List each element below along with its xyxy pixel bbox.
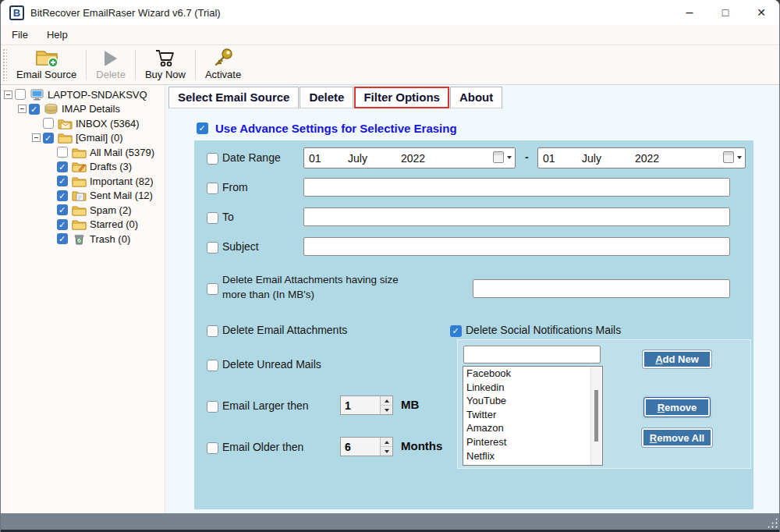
tab-delete[interactable]: Delete [300, 87, 353, 108]
date-end-year[interactable]: 2022 [635, 152, 705, 165]
tree-item-inbox[interactable]: INBOX (5364) [1, 116, 165, 131]
tree-item-gmail[interactable]: [Gmail] (0) [1, 131, 165, 146]
list-item[interactable]: Linkedin [463, 381, 602, 395]
tab-about[interactable]: About [450, 87, 502, 108]
tree-item-important[interactable]: Important (82) [1, 174, 165, 189]
list-item[interactable]: Twitter [463, 408, 602, 422]
from-label: From [222, 181, 248, 193]
email-older-value[interactable] [341, 438, 380, 456]
minimize-icon[interactable]: – [672, 0, 707, 25]
calendar-dropdown[interactable] [723, 151, 742, 163]
tree-checkbox[interactable] [57, 147, 68, 158]
attachment-size-checkbox[interactable] [207, 283, 218, 295]
date-start-day[interactable]: 01 [304, 152, 348, 165]
calendar-icon [723, 151, 734, 163]
tree-checkbox[interactable] [15, 89, 26, 100]
delete-button[interactable]: Delete [88, 45, 133, 84]
date-range-checkbox[interactable] [207, 153, 218, 165]
maximize-icon[interactable]: □ [707, 0, 743, 25]
date-picker-start[interactable]: 01 July 2022 [303, 147, 516, 168]
stepper-up-icon[interactable] [381, 438, 392, 447]
list-item[interactable]: Amazon [463, 421, 602, 435]
tree-item-trash[interactable]: Trash (0) [1, 232, 165, 246]
list-item[interactable]: YouTube [463, 394, 602, 408]
toolbar-separator [86, 50, 87, 80]
folder-mail-icon [58, 118, 73, 129]
collapse-icon[interactable] [32, 133, 43, 142]
email-older-label: Email Older then [222, 441, 303, 453]
advance-settings-checkbox[interactable] [197, 122, 208, 134]
collapse-icon[interactable] [18, 105, 29, 113]
email-source-button[interactable]: Email Source [9, 45, 84, 84]
subject-checkbox[interactable] [207, 242, 218, 254]
list-item[interactable]: Netflix [463, 449, 602, 463]
scrollbar-thumb[interactable] [594, 390, 598, 442]
date-start-year[interactable]: 2022 [401, 152, 471, 165]
delete-unread-label: Delete Unread Mails [222, 358, 321, 371]
tree-item-starred[interactable]: Starred (0) [1, 218, 165, 232]
tree-checkbox[interactable] [57, 219, 68, 230]
email-larger-checkbox[interactable] [207, 401, 218, 413]
email-larger-value[interactable] [341, 396, 380, 414]
social-notifications-checkbox[interactable] [450, 325, 462, 337]
stepper-up-icon[interactable] [381, 396, 392, 406]
tree-item-drafts[interactable]: Drafts (3) [1, 160, 165, 175]
toolbar-grip-handle[interactable] [2, 48, 7, 81]
tab-select-email-source[interactable]: Select Email Source [168, 87, 299, 108]
tree-checkbox[interactable] [57, 233, 68, 244]
tree-item-laptop[interactable]: LAPTOP-SNDAKSVQ [1, 87, 165, 102]
from-input[interactable] [303, 178, 730, 197]
tree-checkbox[interactable] [57, 190, 68, 201]
buy-now-button[interactable]: Buy Now [137, 45, 193, 84]
social-new-input[interactable] [463, 346, 601, 364]
menu-help[interactable]: Help [39, 27, 76, 43]
to-input[interactable] [303, 207, 730, 226]
tab-filter-options[interactable]: Filter Options [354, 87, 449, 108]
email-older-stepper[interactable] [340, 437, 393, 456]
remove-button[interactable]: Remove [644, 398, 710, 417]
email-older-checkbox[interactable] [207, 442, 218, 454]
email-older-unit: Months [401, 439, 442, 452]
listbox-scrollbar[interactable] [590, 367, 602, 465]
tree-checkbox[interactable] [57, 176, 68, 186]
to-checkbox[interactable] [207, 212, 218, 224]
menu-file[interactable]: File [4, 27, 36, 43]
toolbar-separator [135, 50, 136, 80]
stepper-down-icon[interactable] [381, 406, 392, 414]
tree-checkbox[interactable] [43, 133, 54, 144]
calendar-dropdown[interactable] [493, 151, 512, 163]
from-checkbox[interactable] [207, 183, 218, 194]
close-icon[interactable]: ✕ [743, 0, 779, 25]
stepper-down-icon[interactable] [381, 447, 392, 456]
remove-all-button[interactable]: Remove All [642, 428, 712, 447]
tree-item-sent-mail[interactable]: Sent Mail (12) [1, 189, 165, 204]
chevron-down-icon [507, 156, 512, 159]
tree-checkbox[interactable] [29, 104, 40, 115]
delete-attachments-checkbox[interactable] [207, 325, 218, 337]
tree-checkbox[interactable] [57, 161, 68, 172]
date-end-day[interactable]: 01 [538, 152, 582, 165]
folder-icon [58, 132, 73, 144]
folder-tree: LAPTOP-SNDAKSVQ IMAP Details INBOX (5364… [1, 85, 165, 513]
tree-checkbox[interactable] [57, 204, 68, 215]
tree-item-all-mail[interactable]: All Mail (5379) [1, 145, 165, 160]
date-end-month[interactable]: July [582, 152, 635, 165]
list-item[interactable]: Facebook [463, 367, 602, 381]
delete-unread-checkbox[interactable] [207, 360, 218, 371]
add-new-button[interactable]: Add New [643, 350, 711, 368]
activate-button[interactable]: Activate [197, 45, 249, 84]
collapse-icon[interactable] [4, 90, 15, 99]
attachment-size-input[interactable] [473, 279, 730, 298]
date-picker-end[interactable]: 01 July 2022 [537, 147, 746, 168]
tree-checkbox[interactable] [43, 118, 54, 129]
resize-grip[interactable] [767, 517, 778, 528]
folder-icon [72, 204, 87, 216]
list-item[interactable]: Pinterest [463, 435, 602, 449]
tree-item-spam[interactable]: Spam (2) [1, 203, 165, 218]
stepper-arrows [380, 396, 392, 414]
social-listbox[interactable]: Facebook Linkedin YouTube Twitter Amazon… [463, 366, 603, 466]
subject-input[interactable] [303, 237, 730, 256]
tree-item-imap-details[interactable]: IMAP Details [1, 102, 165, 117]
date-start-month[interactable]: July [348, 152, 401, 165]
email-larger-stepper[interactable] [340, 395, 393, 415]
